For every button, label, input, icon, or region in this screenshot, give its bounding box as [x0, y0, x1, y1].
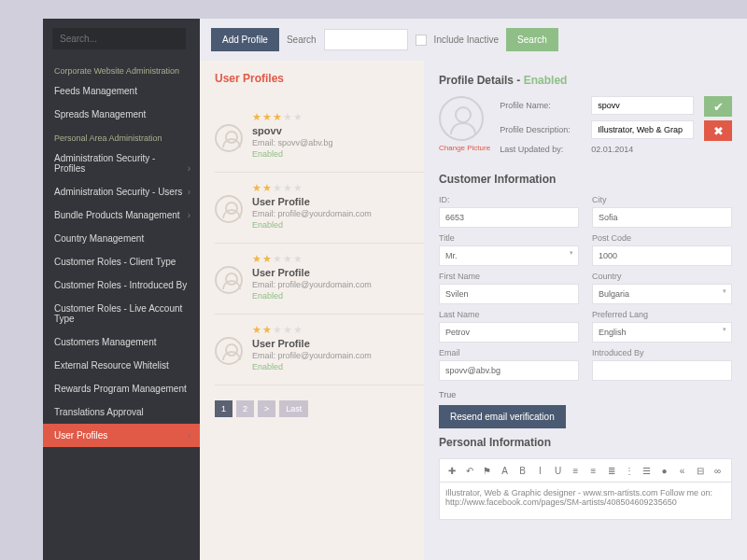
sidebar-item[interactable]: Bundle Products Management [43, 203, 200, 227]
toolbar-button[interactable]: A [497, 463, 513, 478]
toolbar-button[interactable]: ⋮ [621, 463, 637, 478]
profile-detail: Profile Details - Enabled Change Picture… [424, 61, 747, 560]
add-profile-button[interactable]: Add Profile [211, 28, 279, 51]
toolbar-button[interactable]: ☰ [639, 463, 655, 478]
profile-name: spovv [252, 125, 424, 136]
main: Add Profile Search Include Inactive Sear… [200, 19, 747, 560]
toolbar-button[interactable]: I [532, 463, 548, 478]
toolbar-button[interactable]: ● [656, 463, 672, 478]
field-input[interactable] [439, 207, 579, 228]
sidebar-top [43, 19, 200, 59]
toolbar-button[interactable]: ≡ [568, 463, 584, 478]
profile-email: Email: profile@yourdomain.com [252, 351, 424, 360]
sidebar-item[interactable]: Customer Roles - Introduced By [43, 273, 200, 297]
pager-button[interactable]: Last [279, 400, 308, 417]
field-label: First Name [439, 272, 579, 281]
pager-button[interactable]: > [258, 400, 275, 417]
sidebar-item[interactable]: User Profiles [43, 424, 200, 447]
sidebar-item[interactable]: Feeds Management [43, 79, 200, 103]
sidebar: Corporate Website Administration Feeds M… [43, 19, 200, 560]
profile-name-label: Profile Name: [500, 101, 585, 110]
sidebar-item[interactable]: Administration Security - Users [43, 180, 200, 203]
true-label: True [439, 390, 732, 399]
sidebar-search-input[interactable] [52, 28, 186, 49]
profile-email: Email: spovv@abv.bg [252, 138, 424, 147]
toolbar-button[interactable]: « [674, 463, 690, 478]
profile-status: Enabled [252, 362, 424, 371]
field-input[interactable] [592, 322, 732, 343]
profile-email: Email: profile@yourdomain.com [252, 209, 424, 218]
field-label: ID: [439, 195, 579, 204]
search-input[interactable] [324, 29, 408, 50]
sidebar-item[interactable]: Customer Roles - Client Type [43, 250, 200, 273]
editor-textarea[interactable] [439, 483, 732, 520]
profile-name: User Profile [252, 196, 424, 207]
field-input[interactable] [592, 207, 732, 228]
avatar [439, 96, 484, 141]
app-frame: Corporate Website Administration Feeds M… [43, 19, 747, 560]
field-input[interactable] [439, 360, 579, 381]
sidebar-section-corporate: Corporate Website Administration [43, 59, 200, 79]
avatar-icon [215, 266, 243, 294]
field-input[interactable] [592, 360, 732, 381]
toolbar-button[interactable]: B [514, 463, 530, 478]
avatar-icon [215, 195, 243, 223]
rating-stars: ★★★★★ [252, 111, 424, 123]
sidebar-item[interactable]: Rewards Program Management [43, 377, 200, 400]
profile-desc-input[interactable] [591, 120, 694, 139]
profile-status: Enabled [252, 220, 424, 230]
profile-card[interactable]: ★★★★★User ProfileEmail: profile@yourdoma… [215, 315, 424, 385]
sidebar-item[interactable]: Customer Roles - Live Account Type [43, 297, 200, 330]
search-button[interactable]: Search [506, 28, 558, 51]
toolbar-button[interactable]: U [550, 463, 566, 478]
sidebar-section-personal: Personal Area Administration [43, 126, 200, 147]
sidebar-item[interactable]: Customers Management [43, 330, 200, 354]
sidebar-item[interactable]: External Resource Whitelist [43, 354, 200, 377]
field-input[interactable] [439, 245, 579, 266]
toolbar-button[interactable]: ∞ [710, 463, 726, 478]
sidebar-item[interactable]: Spreads Management [43, 103, 200, 126]
sidebar-item[interactable]: Administration Security - Profiles [43, 147, 200, 180]
profile-name-input[interactable] [591, 96, 694, 115]
field-input[interactable] [439, 322, 579, 343]
resend-verification-button[interactable]: Resend email verification [439, 405, 566, 428]
toolbar-button[interactable]: ⚑ [479, 463, 495, 478]
cancel-button[interactable]: ✖ [704, 120, 732, 141]
avatar-icon [215, 124, 243, 152]
profile-card[interactable]: ★★★★★User ProfileEmail: profile@yourdoma… [215, 173, 424, 244]
toolbar-button[interactable]: ⊟ [692, 463, 708, 478]
profile-name: User Profile [252, 338, 424, 349]
profile-card[interactable]: ★★★★★spovvEmail: spovv@abv.bgEnabled [215, 102, 424, 173]
editor-toolbar: ✚↶⚑ABIU≡≡≣⋮☰●«⊟∞ [439, 458, 732, 483]
sidebar-item[interactable]: Country Management [43, 227, 200, 250]
confirm-button[interactable]: ✔ [704, 96, 732, 117]
profile-email: Email: profile@yourdomain.com [252, 280, 424, 289]
rating-stars: ★★★★★ [252, 182, 424, 194]
field-label: Introduced By [592, 348, 732, 357]
rating-stars: ★★★★★ [252, 253, 424, 265]
field-input[interactable] [592, 245, 732, 266]
profile-list: User Profiles ★★★★★spovvEmail: spovv@abv… [200, 61, 424, 560]
field-input[interactable] [439, 284, 579, 304]
field-label: Last Name [439, 310, 579, 319]
toolbar-button[interactable]: ✚ [444, 463, 459, 478]
include-inactive-checkbox[interactable] [416, 35, 427, 46]
personal-info-heading: Personal Information [439, 436, 732, 449]
profile-status: Enabled [252, 291, 424, 301]
customer-info-heading: Customer Information [439, 173, 732, 186]
pager-button[interactable]: 2 [236, 400, 254, 417]
toolbar-button[interactable]: ≡ [585, 463, 601, 478]
profile-status: Enabled [252, 149, 424, 159]
rating-stars: ★★★★★ [252, 324, 424, 336]
toolbar-button[interactable]: ≣ [603, 463, 619, 478]
search-label: Search [287, 35, 317, 45]
profile-card[interactable]: ★★★★★User ProfileEmail: profile@yourdoma… [215, 244, 424, 315]
detail-title: Profile Details - Enabled [439, 74, 732, 87]
change-picture-link[interactable]: Change Picture [439, 144, 490, 152]
field-label: Post Code [592, 233, 732, 243]
topbar: Add Profile Search Include Inactive Sear… [200, 19, 747, 61]
toolbar-button[interactable]: ↶ [461, 463, 477, 478]
pager-button[interactable]: 1 [215, 400, 233, 417]
field-input[interactable] [592, 284, 732, 304]
sidebar-item[interactable]: Translations Approval [43, 400, 200, 424]
